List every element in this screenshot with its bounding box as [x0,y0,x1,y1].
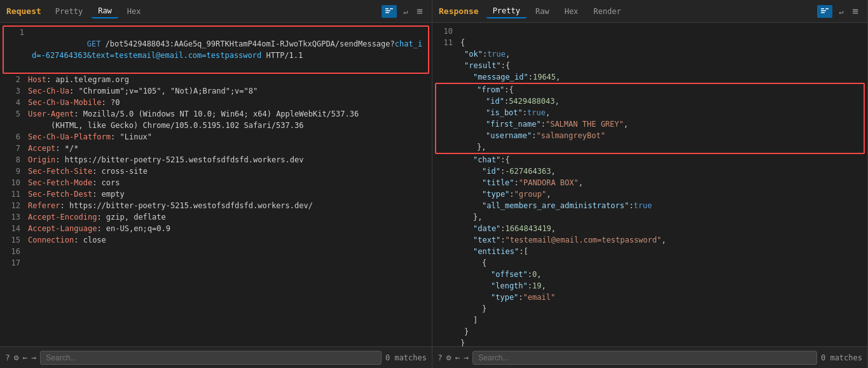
code-line-5b: 5 (KHTML, like Gecko) Chrome/105.0.5195.… [0,120,432,131]
code-line-8: 8 Origin: https://bitter-poetry-5215.wes… [0,154,432,166]
code-line-7: 7 Accept: */* [0,143,432,154]
code-line-17: 17 [0,257,432,269]
request-panel: Request Pretty Raw Hex ↵ ≡ [0,0,432,368]
code-line-11: 11 Sec-Fetch-Dest: empty [0,188,432,200]
highlighted-from-block: "from":{ "id":5429488043, "is_bot":true,… [435,83,865,154]
resp-line-14: "message_id":19645, [432,71,867,83]
request-content: 1 GET /bot5429488043:AAGe5q_99RTKHtamP44… [0,23,432,346]
resp-entities-open: { [432,257,867,269]
back-icon-left[interactable]: ← [23,353,28,362]
request-header: Request Pretty Raw Hex ↵ ≡ [0,0,432,23]
request-footer: ? ⚙ ← → 0 matches [0,346,432,368]
response-panel: Response Pretty Raw Hex Render ↵ ≡ [432,0,868,368]
settings-icon-left[interactable]: ⚙ [14,353,19,362]
help-icon-left[interactable]: ? [5,353,10,362]
request-toolbar: ↵ ≡ [382,4,425,18]
code-line-10: 10 Sec-Fetch-Mode: cors [0,177,432,188]
resp-obj-close: } [432,303,867,315]
back-icon-right[interactable]: ← [455,353,460,362]
highlighted-request-line: 1 GET /bot5429488043:AAGe5q_99RTKHtamP44… [3,25,429,74]
tab-hex-request[interactable]: Hex [121,5,148,18]
code-line-4: 4 Sec-Ch-Ua-Mobile: ?0 [0,97,432,108]
resp-entities: "entities":[ [432,246,867,257]
forward-icon-right[interactable]: → [464,353,469,362]
resp-chat-title: "title":"PANDORA BOX", [432,177,867,188]
code-line-2: 2 Host: api.telegram.org [0,74,432,85]
response-tabs: Pretty Raw Hex Render [486,4,628,18]
resp-type: "type":"email" [432,292,867,303]
tab-pretty-response[interactable]: Pretty [486,4,527,18]
tab-raw-response[interactable]: Raw [529,5,556,18]
resp-line-10: 10 [432,25,867,37]
resp-username: "username":"salmangreyBot" [436,130,864,141]
help-icon-right[interactable]: ? [437,353,443,362]
resp-chat-close: }, [432,211,867,223]
tab-pretty-request[interactable]: Pretty [49,5,89,18]
resp-array-close: ] [432,315,867,326]
response-content: 10 11 { "ok":true, "result":{ "message_i… [432,23,867,346]
resp-length: "length":19, [432,280,867,292]
svg-rect-5 [821,10,826,11]
resp-chat-key: "chat":{ [432,154,867,166]
code-line-6: 6 Sec-Ch-Ua-Platform: "Linux" [0,131,432,143]
resp-result-close: } [432,326,867,337]
code-line-13: 13 Accept-Encoding: gzip, deflate [0,211,432,223]
code-line-12: 12 Referer: https://bitter-poetry-5215.w… [0,200,432,211]
svg-rect-0 [385,8,389,10]
response-footer: ? ⚙ ← → 0 matches [432,346,867,368]
search-input-right[interactable] [472,351,817,365]
resp-from-close: }, [436,141,864,153]
forward-icon-left[interactable]: → [31,353,36,362]
resp-is-bot: "is_bot":true, [436,107,864,118]
resp-line-12: "ok":true, [432,48,867,60]
request-tabs: Pretty Raw Hex [49,4,148,18]
response-title: Response [439,6,479,16]
matches-right: 0 matches [821,353,862,362]
code-line-9: 9 Sec-Fetch-Site: cross-site [0,166,432,177]
settings-icon-right[interactable]: ⚙ [446,353,451,362]
tab-raw-request[interactable]: Raw [92,4,118,18]
code-line-5: 5 User-Agent: Mozilla/5.0 (Windows NT 10… [0,108,432,120]
code-line-1: 1 GET /bot5429488043:AAGe5q_99RTKHtamP44… [4,27,428,73]
resp-first-name: "first_name":"SALMAN THE GREY", [436,118,864,130]
wrap-icon-request[interactable]: ↵ [401,6,410,17]
format-icon-request[interactable] [382,5,397,18]
menu-icon-response[interactable]: ≡ [850,4,861,18]
svg-rect-2 [385,12,389,13]
menu-icon-request[interactable]: ≡ [414,4,425,18]
tab-hex-response[interactable]: Hex [558,5,585,18]
resp-line-13: "result":{ [432,60,867,71]
search-input-left[interactable] [40,351,382,365]
resp-id: "id":5429488043, [436,96,864,107]
svg-rect-3 [390,8,393,10]
response-header: Response Pretty Raw Hex Render ↵ ≡ [432,0,867,23]
svg-rect-1 [385,10,390,11]
svg-rect-7 [825,8,829,10]
resp-chat-id: "id":-627464363, [432,166,867,177]
code-line-14: 14 Accept-Language: en-US,en;q=0.9 [0,223,432,234]
format-icon-response[interactable] [817,5,832,18]
resp-line-11: 11 { [432,37,867,48]
resp-all-members: "all_members_are_administrators":true [432,200,867,211]
resp-root-close: } [432,337,867,346]
resp-from-key: "from":{ [436,84,864,96]
main-container: Request Pretty Raw Hex ↵ ≡ [0,0,868,368]
code-line-3: 3 Sec-Ch-Ua: "Chromium";v="105", "Not)A;… [0,85,432,97]
response-toolbar: ↵ ≡ [817,4,861,18]
resp-chat-type: "type":"group", [432,188,867,200]
svg-rect-4 [821,8,824,10]
wrap-icon-response[interactable]: ↵ [836,6,846,17]
matches-left: 0 matches [385,353,427,362]
resp-text: "text":"testemail@email.com=testpassword… [432,234,867,246]
request-title: Request [6,6,41,16]
resp-offset: "offset":0, [432,269,867,280]
svg-rect-6 [821,12,825,13]
code-line-15: 15 Connection: close [0,234,432,246]
tab-render-response[interactable]: Render [587,5,627,18]
code-line-16: 16 [0,246,432,257]
resp-date: "date":1664843419, [432,223,867,234]
